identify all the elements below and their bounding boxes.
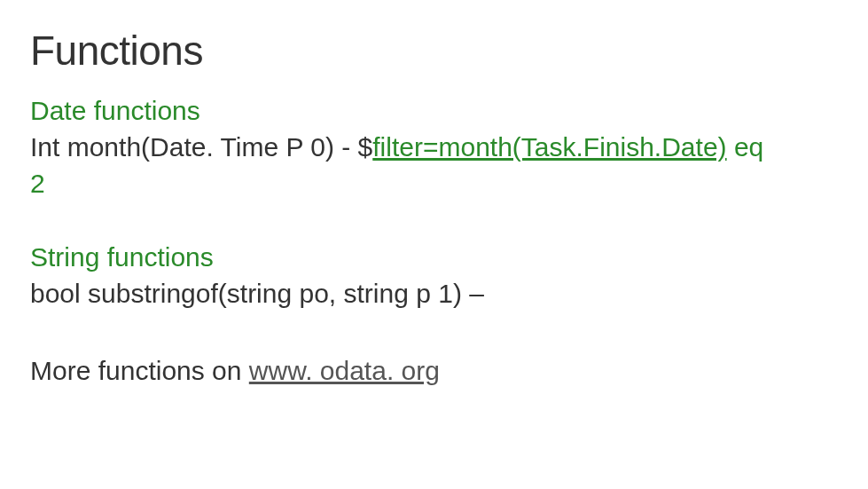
string-functions-body: bool substringof(string po, string p 1) … <box>30 276 838 312</box>
date-functions-section: Date functions Int month(Date. Time P 0)… <box>30 96 838 201</box>
footer-prefix: More functions on <box>30 356 249 385</box>
footer-line: More functions on www. odata. org <box>30 353 838 390</box>
slide-title: Functions <box>30 27 838 75</box>
date-func-prefix: Int month(Date. Time P 0) - $ <box>30 132 372 162</box>
odata-link[interactable]: www. odata. org <box>249 356 440 385</box>
eq-text: eq <box>727 132 764 162</box>
string-functions-section: String functions bool substringof(string… <box>30 242 838 312</box>
filter-link[interactable]: filter=month(Task.Finish.Date) <box>372 132 726 162</box>
eq-value: 2 <box>30 166 838 202</box>
string-functions-heading: String functions <box>30 242 838 272</box>
date-functions-heading: Date functions <box>30 96 838 126</box>
date-functions-body: Int month(Date. Time P 0) - $filter=mont… <box>30 130 838 166</box>
footer-section: More functions on www. odata. org <box>30 353 838 390</box>
